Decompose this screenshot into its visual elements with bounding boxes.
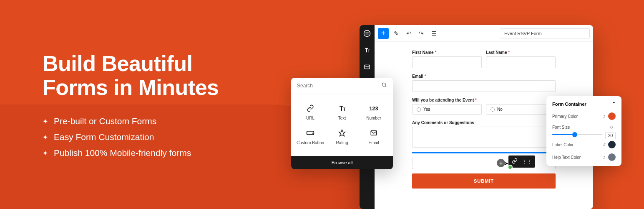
color-swatch[interactable]	[608, 112, 616, 120]
reset-icon[interactable]: ↺	[602, 155, 606, 160]
radio-no[interactable]: No	[486, 104, 556, 115]
marketing-copy: Build Beautiful Forms in Minutes ✦Pre-bu…	[43, 52, 219, 164]
setting-label: Font Size	[552, 125, 570, 130]
sparkle-icon: ✦	[43, 149, 48, 157]
search-icon[interactable]	[381, 82, 387, 89]
svg-point-2	[382, 83, 385, 86]
email-input[interactable]	[412, 80, 556, 92]
attending-label: Will you be attending the Event *	[412, 98, 556, 102]
comments-textarea[interactable]	[412, 127, 556, 148]
reset-icon[interactable]: ↺	[602, 143, 606, 147]
feature-text: Pre-built or Custom Forms	[54, 116, 156, 126]
headline: Build Beautiful Forms in Minutes	[43, 52, 219, 99]
radio-yes[interactable]: Yes	[412, 104, 482, 115]
form-title-input[interactable]	[500, 28, 590, 38]
svg-point-0	[364, 31, 370, 37]
picker-label: URL	[306, 116, 314, 120]
headline-line-2: Forms in Minutes	[43, 75, 219, 99]
logo-icon[interactable]	[363, 29, 371, 38]
svg-marker-4	[339, 130, 345, 136]
email-field: Email *	[412, 74, 556, 92]
first-name-label: First Name *	[412, 50, 482, 55]
last-name-input[interactable]	[486, 56, 556, 68]
font-size-slider[interactable]	[552, 134, 602, 135]
settings-panel: Form Container ⌃ Primary Color ↺ Font Si…	[546, 96, 621, 166]
mail-icon	[370, 129, 377, 137]
number-icon: 123	[369, 104, 378, 112]
status-dot	[508, 165, 513, 170]
picker-label: Text	[338, 116, 346, 120]
link-icon[interactable]	[512, 158, 518, 165]
submit-button[interactable]: SUBMIT	[412, 173, 556, 189]
drag-handle-icon[interactable]: ⋮⋮	[522, 159, 532, 165]
picker-label: Email	[368, 140, 379, 145]
picker-item-text[interactable]: Text	[326, 100, 358, 125]
editor-toolbar: + ✎ ↶ ↷ ☰	[375, 25, 593, 42]
block-placeholder[interactable]: + ⋮⋮ ➤	[412, 157, 556, 169]
add-block-button[interactable]: +	[378, 28, 389, 39]
reset-icon[interactable]: ↺	[602, 114, 606, 119]
color-swatch[interactable]	[608, 141, 616, 148]
comments-label: Any Comments or Suggestions	[412, 120, 556, 125]
label-color-row[interactable]: Label Color ↺	[552, 141, 616, 148]
sparkle-icon: ✦	[43, 117, 48, 125]
link-icon	[307, 104, 314, 112]
picker-grid: URL Text 123Number Custom Button Rating …	[291, 94, 393, 156]
radio-circle-icon	[417, 107, 421, 112]
star-icon	[338, 129, 346, 137]
block-picker-popup: URL Text 123Number Custom Button Rating …	[291, 78, 393, 169]
redo-icon[interactable]: ↷	[416, 28, 426, 38]
reset-icon[interactable]: ↺	[610, 125, 613, 130]
comments-field: Any Comments or Suggestions	[412, 120, 556, 148]
picker-browse-all[interactable]: Browse all	[291, 156, 393, 169]
settings-title: Form Container	[552, 102, 586, 107]
primary-color-row[interactable]: Primary Color ↺	[552, 112, 616, 120]
font-size-value[interactable]: 20	[605, 132, 616, 139]
mail-icon[interactable]	[363, 63, 371, 71]
picker-item-email[interactable]: Email	[358, 125, 390, 149]
settings-header[interactable]: Form Container ⌃	[552, 101, 616, 107]
color-swatch[interactable]	[608, 153, 616, 161]
last-name-field: Last Name *	[486, 50, 556, 68]
slider-fill	[552, 134, 575, 135]
picker-item-rating[interactable]: Rating	[326, 125, 358, 149]
chevron-up-icon: ⌃	[612, 101, 616, 107]
feature-item: ✦Publish 100% Mobile-friendly forms	[43, 148, 219, 158]
email-label: Email *	[412, 74, 556, 79]
picker-item-custom-button[interactable]: Custom Button	[294, 125, 326, 149]
first-name-field: First Name *	[412, 50, 482, 68]
picker-label: Rating	[336, 140, 348, 145]
setting-label: Help Text Color	[552, 155, 581, 160]
first-name-input[interactable]	[412, 56, 482, 68]
setting-label: Label Color	[552, 143, 574, 147]
block-floating-toolbar: ⋮⋮	[508, 155, 535, 168]
last-name-label: Last Name *	[486, 50, 556, 55]
feature-text: Easy Form Customization	[54, 132, 154, 142]
headline-line-1: Build Beautiful	[43, 51, 192, 76]
radio-circle-icon	[491, 107, 495, 112]
feature-text: Publish 100% Mobile-friendly forms	[54, 148, 191, 158]
undo-icon[interactable]: ↶	[404, 28, 414, 38]
picker-label: Number	[366, 116, 381, 120]
picker-item-number[interactable]: 123Number	[358, 100, 390, 125]
typography-icon[interactable]	[363, 46, 371, 54]
button-icon	[306, 129, 314, 137]
add-circle-button[interactable]: +	[497, 159, 505, 167]
picker-label: Custom Button	[297, 140, 324, 145]
feature-item: ✦Pre-built or Custom Forms	[43, 116, 219, 126]
picker-search-row	[291, 78, 393, 94]
font-size-row: Font Size ↺ 20	[552, 125, 616, 135]
sparkle-icon: ✦	[43, 133, 48, 141]
picker-search-input[interactable]	[297, 83, 381, 89]
selected-block-indicator	[412, 152, 556, 153]
feature-item: ✦Easy Form Customization	[43, 132, 219, 142]
text-icon	[338, 104, 346, 112]
setting-label: Primary Color	[552, 114, 578, 119]
picker-item-url[interactable]: URL	[294, 100, 326, 125]
help-text-color-row[interactable]: Help Text Color ↺	[552, 153, 616, 161]
slider-thumb[interactable]	[572, 132, 577, 137]
menu-icon[interactable]: ☰	[429, 28, 439, 38]
attending-field: Will you be attending the Event * Yes No	[412, 98, 556, 115]
feature-list: ✦Pre-built or Custom Forms ✦Easy Form Cu…	[43, 116, 219, 158]
edit-icon[interactable]: ✎	[391, 28, 401, 38]
